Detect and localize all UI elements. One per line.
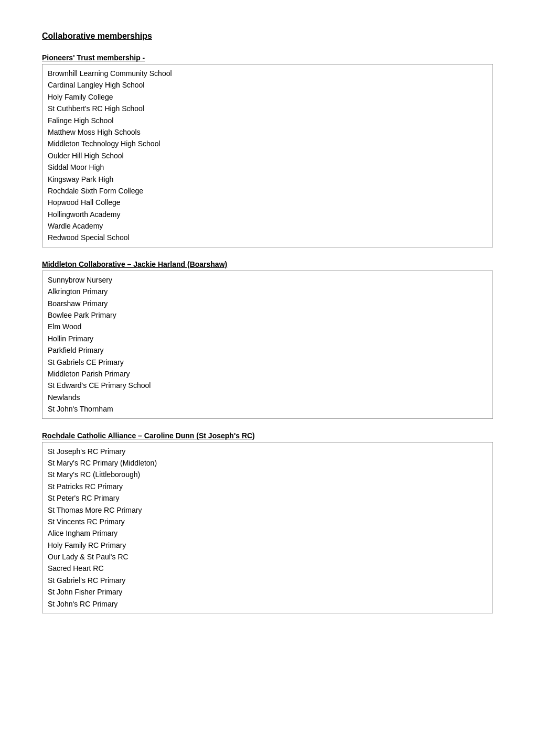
school-item: Sunnybrow Nursery	[48, 274, 487, 286]
school-item: Rochdale Sixth Form College	[48, 185, 487, 197]
school-item: St Thomas More RC Primary	[48, 504, 487, 516]
school-item: Parkfield Primary	[48, 344, 487, 356]
school-item: Alice Ingham Primary	[48, 527, 487, 539]
school-item: St Patricks RC Primary	[48, 481, 487, 492]
school-item: St Peter's RC Primary	[48, 492, 487, 504]
school-item: Boarshaw Primary	[48, 298, 487, 309]
school-item: Siddal Moor High	[48, 161, 487, 173]
section-box-rochdale-catholic-alliance: St Joseph's RC PrimarySt Mary's RC Prima…	[42, 442, 493, 613]
school-item: St Edward's CE Primary School	[48, 380, 487, 391]
school-item: Hopwood Hall College	[48, 197, 487, 208]
school-item: Cardinal Langley High School	[48, 79, 487, 91]
school-item: Our Lady & St Paul's RC	[48, 551, 487, 563]
school-item: Matthew Moss High Schools	[48, 126, 487, 138]
school-item: St John's Thornham	[48, 403, 487, 415]
school-item: St Gabriel's RC Primary	[48, 575, 487, 586]
school-item: Alkrington Primary	[48, 286, 487, 297]
school-item: Holy Family RC Primary	[48, 539, 487, 551]
section-pioneers-trust: Pioneers' Trust membership -Brownhill Le…	[42, 53, 493, 247]
school-item: Hollingworth Academy	[48, 209, 487, 220]
section-box-middleton-collaborative: Sunnybrow NurseryAlkrington PrimaryBoars…	[42, 271, 493, 419]
school-item: Falinge High School	[48, 115, 487, 126]
school-item: Hollin Primary	[48, 333, 487, 344]
page-title: Collaborative memberships	[42, 31, 493, 41]
section-header-pioneers-trust: Pioneers' Trust membership -	[42, 53, 493, 64]
school-item: St Cuthbert's RC High School	[48, 103, 487, 114]
section-rochdale-catholic-alliance: Rochdale Catholic Alliance – Caroline Du…	[42, 431, 493, 613]
section-header-middleton-collaborative: Middleton Collaborative – Jackie Harland…	[42, 260, 493, 271]
school-item: Brownhill Learning Community School	[48, 68, 487, 79]
school-item: St Gabriels CE Primary	[48, 357, 487, 368]
school-item: Middleton Technology High School	[48, 138, 487, 149]
section-middleton-collaborative: Middleton Collaborative – Jackie Harland…	[42, 260, 493, 419]
school-item: Wardle Academy	[48, 220, 487, 232]
school-item: Elm Wood	[48, 321, 487, 332]
school-item: St Vincents RC Primary	[48, 516, 487, 527]
school-item: St Joseph's RC Primary	[48, 446, 487, 457]
school-item: St John's RC Primary	[48, 598, 487, 610]
school-item: Sacred Heart RC	[48, 563, 487, 574]
school-item: St Mary's RC (Littleborough)	[48, 469, 487, 480]
school-item: Kingsway Park High	[48, 174, 487, 185]
school-item: Newlands	[48, 392, 487, 403]
school-item: St John Fisher Primary	[48, 586, 487, 598]
school-item: Bowlee Park Primary	[48, 309, 487, 321]
section-box-pioneers-trust: Brownhill Learning Community SchoolCardi…	[42, 64, 493, 247]
school-item: Holy Family College	[48, 91, 487, 103]
school-item: Redwood Special School	[48, 232, 487, 243]
school-item: St Mary's RC Primary (Middleton)	[48, 457, 487, 469]
section-header-rochdale-catholic-alliance: Rochdale Catholic Alliance – Caroline Du…	[42, 431, 493, 442]
school-item: Middleton Parish Primary	[48, 368, 487, 380]
school-item: Oulder Hill High School	[48, 150, 487, 161]
